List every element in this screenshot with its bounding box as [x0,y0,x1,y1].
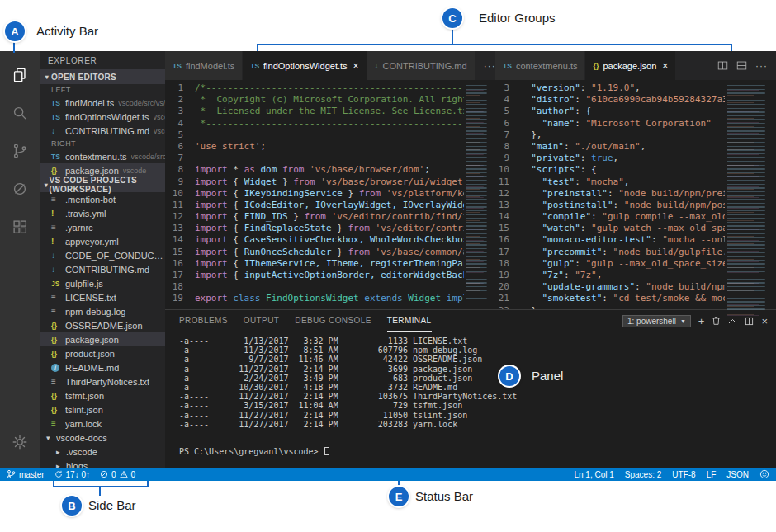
file-item[interactable]: {}product.json [40,346,165,360]
code-line[interactable]: "monaco-editor-test": "mocha --only-mona… [520,234,725,246]
maximize-panel-icon[interactable] [728,318,737,324]
code-line[interactable]: "postinstall": "node build/npm/postinsta… [520,200,725,211]
code-line[interactable]: "name": "Microsoft Corporation" [520,118,725,129]
file-item[interactable]: !.travis.yml [40,206,165,220]
feedback-smiley-icon[interactable] [759,469,769,479]
code-line[interactable]: "private": true, [520,153,725,164]
new-terminal-icon[interactable]: + [698,316,705,327]
open-editor-item[interactable]: ↓CONTRIBUTING.mdvscode [40,124,165,138]
editor-tab[interactable]: TScontextmenu.ts [495,51,585,80]
code-line[interactable]: "version": "1.19.0", [520,82,725,94]
file-item[interactable]: ↓CONTRIBUTING.md [40,262,165,276]
close-icon[interactable]: × [353,60,359,72]
editor-tab[interactable]: ↓CONTRIBUTING.md [367,51,476,80]
code-line[interactable]: * Licensed under the MIT License. See Li… [195,106,464,117]
editor-tab[interactable]: TSfindOptionsWidget.ts× [243,51,367,80]
open-editor-item[interactable]: TScontextmenu.tsvscode/src... [40,149,165,163]
workspace-header[interactable]: ▾ VS CODE PROJECTS (WORKSPACE) [40,177,165,192]
minimap[interactable] [464,82,495,309]
code-line[interactable]: "preinstall": "node build/npm/preinstall… [520,188,725,200]
code-line[interactable]: "precommit": "node build/gulpfile.hygien… [520,247,725,258]
panel-tab-terminal[interactable]: TERMINAL [387,310,432,332]
code-line[interactable] [195,281,464,293]
code-line[interactable]: "scripts": { [520,164,725,176]
code-line[interactable]: 'use strict'; [195,141,464,153]
file-item[interactable]: ≡ThirdPartyNotices.txt [40,374,165,388]
close-icon[interactable]: × [662,60,668,72]
source-control-icon[interactable] [0,132,40,170]
line-col-status[interactable]: Ln 1, Col 1 [574,470,613,479]
code-line[interactable]: import { IThemeService, ITheme, register… [195,258,464,270]
file-item[interactable]: iREADME.md [40,360,165,374]
code-line[interactable]: import { RunOnceScheduler } from 'vs/bas… [195,247,464,258]
file-item[interactable]: ≡npm-debug.log [40,304,165,318]
folder-item[interactable]: ▾vscode-docs [40,431,165,445]
open-editors-header[interactable]: ▾ OPEN EDITORS [40,69,165,84]
code-line[interactable]: "test": "mocha", [520,177,725,188]
git-branch-status[interactable]: master [7,469,45,479]
code-line[interactable]: }, [520,129,725,141]
code-editor-right[interactable]: "version": "1.19.0", "distro": "610ca699… [515,82,725,309]
language-mode-status[interactable]: JSON [726,470,749,479]
search-icon[interactable] [0,94,40,132]
code-line[interactable]: import { IKeybindingService } from 'vs/p… [195,188,464,200]
open-editor-item[interactable]: TSfindOptionsWidget.tsvsco... [40,110,165,124]
panel-tab-problems[interactable]: PROBLEMS [179,310,228,332]
eol-status[interactable]: LF [707,470,717,479]
split-terminal-icon[interactable] [745,317,754,326]
code-line[interactable]: "distro": "610ca6990cab94b59284327a3741a… [520,94,725,106]
panel-tab-debug-console[interactable]: DEBUG CONSOLE [295,310,371,332]
code-line[interactable]: * Copyright (c) Microsoft Corporation. A… [195,94,464,106]
code-line[interactable]: "update-grammars": "node build/npm/updat… [520,281,725,293]
code-line[interactable]: import { FIND_IDS } from 'vs/editor/cont… [195,211,464,223]
file-item[interactable]: JSgulpfile.js [40,276,165,290]
code-line[interactable]: import { FindReplaceState } from 'vs/edi… [195,223,464,234]
code-line[interactable]: import { Widget } from 'vs/base/browser/… [195,177,464,188]
more-actions-icon[interactable]: ··· [484,61,495,71]
problems-status[interactable]: 0 0 [100,470,135,479]
explorer-icon[interactable] [0,56,40,94]
file-item[interactable]: ≡.mention-bot [40,192,165,206]
extensions-icon[interactable] [0,208,40,246]
code-line[interactable]: *---------------------------------------… [195,118,464,129]
file-item[interactable]: {}tslint.json [40,403,165,417]
settings-icon[interactable] [0,423,40,461]
file-item[interactable]: ↓CODE_OF_CONDUCT.md [40,248,165,262]
code-line[interactable]: import { inputActiveOptionBorder, editor… [195,270,464,281]
folder-item[interactable]: ▸.vscode [40,445,165,459]
code-line[interactable]: import { ICodeEditor, IOverlayWidget, IO… [195,200,464,211]
file-item[interactable]: {}OSSREADME.json [40,318,165,332]
code-line[interactable]: "author": { [520,106,725,117]
minimap[interactable] [725,82,776,309]
code-line[interactable]: /*--------------------------------------… [195,82,464,94]
code-line[interactable] [195,129,464,141]
code-line[interactable] [195,153,464,164]
code-editor-left[interactable]: /*--------------------------------------… [190,82,464,309]
file-item[interactable]: {}tsfmt.json [40,388,165,403]
debug-icon[interactable] [0,170,40,208]
file-item[interactable]: ≡yarn.lock [40,417,165,431]
folder-item[interactable]: ▸blogs [40,459,165,468]
close-panel-icon[interactable]: × [761,316,768,327]
open-editor-item[interactable]: TSfindModel.tsvscode/src/vs/... [40,96,165,110]
code-line[interactable]: "gulp": "gulp --max_old_space_size=4096"… [520,258,725,270]
file-item[interactable]: {}package.json [40,332,165,346]
code-line[interactable]: "7z": "7z", [520,270,725,281]
editor-tab[interactable]: {}package.json× [585,51,676,80]
toggle-layout-icon[interactable] [736,60,747,71]
git-sync-status[interactable]: 17↓ 0↑ [54,470,90,479]
code-line[interactable]: "smoketest": "cd test/smoke && mocha", [520,293,725,304]
encoding-status[interactable]: UTF-8 [672,470,695,479]
more-actions-icon[interactable]: ··· [755,61,768,71]
kill-terminal-icon[interactable] [712,316,721,326]
code-line[interactable]: "main": "./out/main", [520,141,725,153]
code-line[interactable]: import * as dom from 'vs/base/browser/do… [195,164,464,176]
terminal[interactable]: -a---- 1/13/2017 3:32 PM 1133 LICENSE.tx… [165,332,776,468]
code-line[interactable]: import { CaseSensitiveCheckbox, WholeWor… [195,234,464,246]
terminal-prompt-line[interactable]: PS C:\Users\gregvanl\vscode> [179,447,776,456]
code-line[interactable]: "compile": "gulp compile --max_old_space… [520,211,725,223]
file-item[interactable]: ≡.yarnrc [40,220,165,234]
file-item[interactable]: ≡LICENSE.txt [40,290,165,304]
panel-tab-output[interactable]: OUTPUT [244,310,280,332]
terminal-selector[interactable]: 1: powershell ▼ [622,315,691,327]
